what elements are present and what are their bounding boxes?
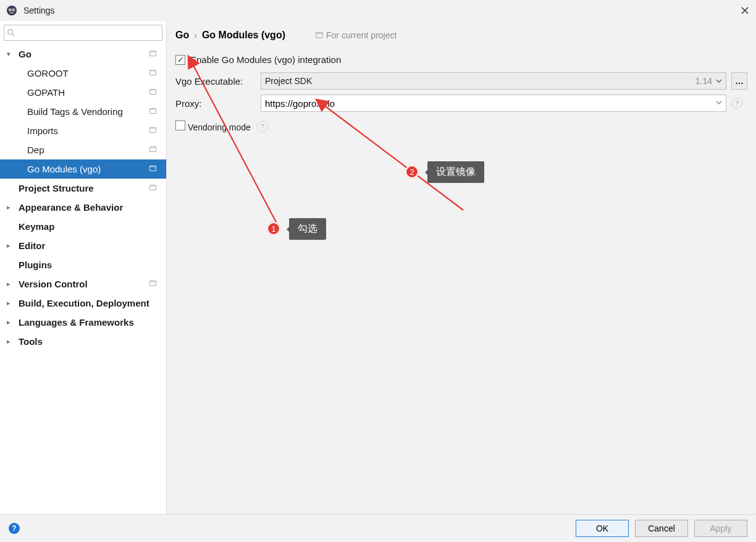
chevron-right-icon: ▸ <box>2 203 15 211</box>
svg-rect-13 <box>149 89 156 90</box>
tree-item-dep[interactable]: Dep <box>0 140 166 159</box>
search-field[interactable] <box>15 28 159 38</box>
settings-sidebar: ▾GoGOROOTGOPATHBuild Tags & VendoringImp… <box>0 21 167 514</box>
project-scope-icon <box>148 145 158 155</box>
tree-item-appearance-behavior[interactable]: ▸Appearance & Behavior <box>0 198 166 217</box>
tree-item-imports[interactable]: Imports <box>0 121 166 140</box>
scope-text: For current project <box>326 30 397 40</box>
svg-rect-21 <box>149 166 156 167</box>
tree-item-go[interactable]: ▾Go <box>0 44 166 64</box>
cancel-button[interactable]: Cancel <box>635 520 688 537</box>
ok-button[interactable]: OK <box>576 520 629 537</box>
tree-item-build-execution-deployment[interactable]: ▸Build, Execution, Deployment <box>0 294 166 313</box>
tree-item-label: Tools <box>19 336 161 347</box>
tree-item-label: Dep <box>27 145 148 155</box>
tree-item-go-modules-vgo[interactable]: Go Modules (vgo) <box>0 159 166 179</box>
svg-rect-17 <box>149 127 156 129</box>
settings-content: Go › Go Modules (vgo) For current projec… <box>167 21 756 514</box>
svg-rect-27 <box>316 33 323 35</box>
tree-item-editor[interactable]: ▸Editor <box>0 236 166 255</box>
svg-rect-5 <box>10 12 14 14</box>
tree-item-version-control[interactable]: ▸Version Control <box>0 274 166 294</box>
project-scope-icon <box>148 184 158 193</box>
project-scope-icon <box>148 107 158 117</box>
annotation-callout-1: 勾选 <box>289 218 326 240</box>
help-icon[interactable]: ? <box>731 98 742 109</box>
svg-rect-11 <box>149 70 156 71</box>
vgo-executable-label: Vgo Executable: <box>175 76 256 87</box>
project-scope-icon <box>148 49 158 59</box>
project-scope-icon <box>148 164 158 174</box>
tree-item-label: Go <box>19 49 148 59</box>
settings-tree: ▾GoGOROOTGOPATHBuild Tags & VendoringImp… <box>0 43 166 514</box>
tree-item-label: Project Structure <box>19 183 148 193</box>
window-title: Settings <box>23 6 740 15</box>
chevron-right-icon: ▸ <box>2 318 15 326</box>
help-button[interactable]: ? <box>9 523 20 534</box>
tree-item-label: Languages & Frameworks <box>19 317 161 328</box>
close-icon[interactable] <box>740 6 750 15</box>
chevron-down-icon[interactable] <box>712 99 722 108</box>
tree-item-label: Editor <box>19 240 161 251</box>
tree-item-label: Keymap <box>19 221 161 232</box>
tree-item-label: Plugins <box>19 260 161 270</box>
svg-rect-19 <box>149 146 156 148</box>
annotation-badge-1: 1 <box>267 222 280 235</box>
vendoring-mode-label: Vendoring mode <box>188 122 251 132</box>
tree-item-tools[interactable]: ▸Tools <box>0 332 166 351</box>
tree-item-project-structure[interactable]: Project Structure <box>0 179 166 198</box>
checkbox-icon <box>175 55 185 65</box>
svg-rect-15 <box>149 108 156 109</box>
tree-item-keymap[interactable]: Keymap <box>0 217 166 236</box>
breadcrumb-current: Go Modules (vgo) <box>202 30 285 41</box>
tree-item-label: Appearance & Behavior <box>19 202 161 213</box>
scope-badge: For current project <box>315 30 397 40</box>
annotation-callout-2: 设置镜像 <box>427 161 484 183</box>
breadcrumb: Go › Go Modules (vgo) For current projec… <box>175 30 747 41</box>
tree-item-label: Version Control <box>19 279 148 289</box>
proxy-field[interactable] <box>265 98 712 109</box>
tree-item-languages-frameworks[interactable]: ▸Languages & Frameworks <box>0 313 166 332</box>
svg-point-4 <box>13 9 14 11</box>
chevron-right-icon: ▸ <box>2 337 15 345</box>
svg-rect-9 <box>149 51 156 52</box>
svg-point-0 <box>7 6 17 15</box>
project-scope-icon <box>148 126 158 136</box>
chevron-right-icon: › <box>194 30 197 40</box>
vendoring-mode-checkbox[interactable]: Vendoring mode <box>175 121 251 132</box>
chevron-right-icon: ▸ <box>2 280 15 288</box>
enable-integration-label: Enable Go Modules (vgo) integration <box>190 54 341 65</box>
vgo-executable-select[interactable]: Project SDK 1.14 <box>261 72 726 90</box>
checkbox-icon <box>175 121 185 130</box>
tree-item-label: GOROOT <box>27 68 148 78</box>
dialog-footer: ? OK Cancel Apply <box>0 514 756 542</box>
annotation-badge-2: 2 <box>405 165 419 179</box>
tree-item-plugins[interactable]: Plugins <box>0 255 166 274</box>
search-icon <box>7 28 15 37</box>
breadcrumb-parent[interactable]: Go <box>175 30 189 41</box>
apply-button[interactable]: Apply <box>694 520 747 537</box>
help-icon[interactable]: ? <box>257 121 268 132</box>
chevron-down-icon: ▾ <box>2 50 15 58</box>
svg-rect-25 <box>149 281 156 282</box>
proxy-input[interactable] <box>261 95 726 112</box>
tag-icon <box>315 31 324 40</box>
enable-integration-checkbox[interactable]: Enable Go Modules (vgo) integration <box>175 54 341 65</box>
tree-item-build-tags-vendoring[interactable]: Build Tags & Vendoring <box>0 102 166 121</box>
chevron-down-icon <box>716 78 722 84</box>
vgo-executable-version: 1.14 <box>695 76 712 86</box>
tree-item-label: Go Modules (vgo) <box>27 164 148 174</box>
search-input[interactable] <box>4 25 162 41</box>
vgo-executable-value: Project SDK <box>265 76 312 86</box>
tree-item-gopath[interactable]: GOPATH <box>0 83 166 102</box>
app-icon <box>6 5 17 16</box>
browse-button[interactable]: … <box>731 72 747 90</box>
project-scope-icon <box>148 88 158 98</box>
tree-item-label: Build, Execution, Deployment <box>19 298 161 308</box>
tree-item-goroot[interactable]: GOROOT <box>0 64 166 83</box>
tree-item-label: Build Tags & Vendoring <box>27 106 148 117</box>
tree-item-label: GOPATH <box>27 87 148 98</box>
title-bar: Settings <box>0 0 756 21</box>
project-scope-icon <box>148 279 158 289</box>
chevron-right-icon: ▸ <box>2 242 15 250</box>
